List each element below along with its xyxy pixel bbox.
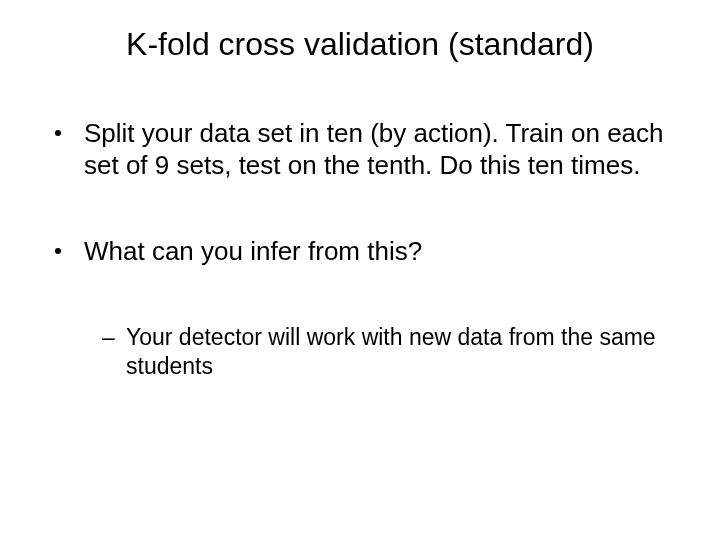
bullet-marker-icon (50, 118, 84, 136)
bullet-marker-icon (50, 236, 84, 254)
bullet-text: What can you infer from this? (84, 236, 670, 268)
bullet-text: Split your data set in ten (by action). … (84, 118, 670, 181)
bullet-item: What can you infer from this? (50, 236, 670, 268)
dash-marker-icon: – (102, 323, 126, 352)
sub-bullet-item: – Your detector will work with new data … (102, 323, 670, 381)
sub-bullet-text: Your detector will work with new data fr… (126, 323, 670, 381)
bullet-item: Split your data set in ten (by action). … (50, 118, 670, 181)
slide-title: K-fold cross validation (standard) (50, 26, 670, 63)
